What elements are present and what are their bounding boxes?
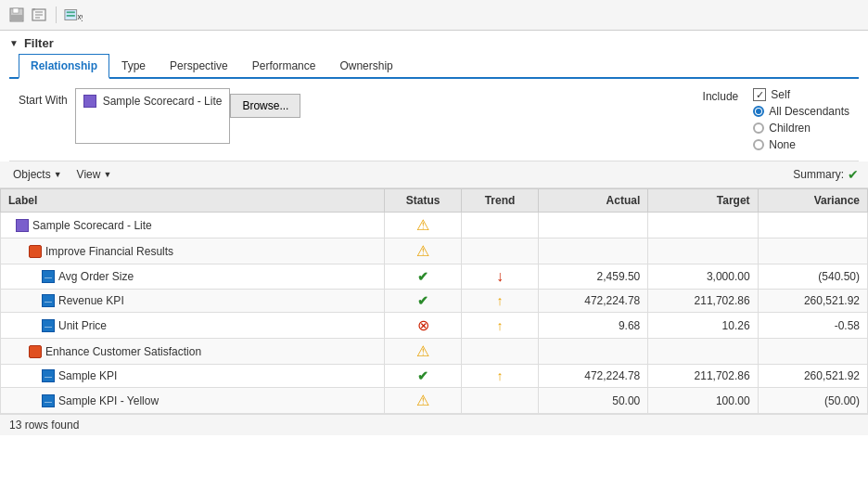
row-label-text: Sample KPI - Yellow [58, 394, 159, 407]
none-radio[interactable] [753, 139, 764, 150]
scorecard-icon [16, 219, 29, 232]
table-body: Sample Scorecard - Lite ⚠ Improve Financ… [1, 213, 868, 414]
table-row[interactable]: ― Revenue KPI ✔↑472,224.78211,702.86260,… [1, 290, 868, 313]
ok-icon: ✔ [417, 293, 428, 308]
start-with-item: Sample Scorecard - Lite [80, 93, 226, 110]
table-row[interactable]: ― Sample KPI - Yellow ⚠50.00100.00(50.00… [1, 388, 868, 414]
tab-type[interactable]: Type [109, 54, 158, 77]
row-label-text: Sample Scorecard - Lite [32, 219, 152, 232]
scorecard-item-icon [83, 95, 96, 108]
warning-icon: ⚠ [416, 217, 429, 233]
cell-trend [462, 339, 539, 365]
filter-header[interactable]: ▼ Filter [9, 36, 859, 50]
cell-variance: 260,521.92 [758, 365, 867, 388]
data-table-container: Label Status Trend Actual Target Varianc… [0, 188, 868, 414]
objects-bar: Objects ▼ View ▼ Summary: ✔ [0, 161, 868, 188]
cell-trend: ↓ [462, 264, 539, 290]
cell-label: ― Avg Order Size [1, 264, 385, 290]
include-none: None [753, 138, 849, 151]
table-row[interactable]: Improve Financial Results ⚠ [1, 239, 868, 264]
cell-actual: 50.00 [538, 388, 647, 414]
cell-variance: (540.50) [758, 264, 867, 290]
cell-status: ⚠ [385, 239, 462, 264]
view-label: View [77, 168, 101, 181]
export-icon[interactable]: xyz [64, 6, 83, 24]
start-with-box: Sample Scorecard - Lite [75, 88, 231, 144]
view-button[interactable]: View ▼ [73, 166, 116, 183]
self-checkbox[interactable] [753, 88, 766, 101]
ok-icon: ✔ [417, 269, 428, 284]
cell-status: ✔ [385, 290, 462, 313]
filter-triangle: ▼ [9, 38, 19, 48]
tab-performance[interactable]: Performance [240, 54, 328, 77]
cell-variance: 260,521.92 [758, 290, 867, 313]
tab-ownership[interactable]: Ownership [327, 54, 404, 77]
table-row[interactable]: ― Unit Price ⊗↑9.6810.26-0.58 [1, 313, 868, 339]
cell-trend [462, 239, 539, 264]
warning-icon: ⚠ [416, 393, 429, 408]
start-with-row: Start With Sample Scorecard - Lite Brows… [19, 88, 300, 144]
children-radio[interactable] [753, 122, 764, 134]
table-row[interactable]: Enhance Customer Satisfaction ⚠ [1, 339, 868, 365]
cell-actual: 9.68 [538, 313, 647, 339]
all-descendants-label: All Descendants [769, 105, 849, 118]
row-label-text: Sample KPI [58, 369, 117, 382]
table-row[interactable]: ― Avg Order Size ✔↓2,459.503,000.00(540.… [1, 264, 868, 290]
include-section: Include Self All Descendants Children No… [703, 88, 849, 151]
objects-button[interactable]: Objects ▼ [9, 166, 66, 183]
col-actual: Actual [538, 189, 647, 213]
cell-actual [538, 339, 647, 365]
trend-down-icon: ↓ [496, 268, 504, 284]
table-row[interactable]: Sample Scorecard - Lite ⚠ [1, 213, 868, 239]
cell-target: 211,702.86 [648, 290, 758, 313]
view-arrow-icon: ▼ [103, 170, 111, 179]
cell-status: ⚠ [385, 388, 462, 414]
cell-trend: ↑ [462, 313, 539, 339]
ok-icon: ✔ [417, 368, 428, 383]
row-label-text: Revenue KPI [58, 294, 124, 307]
svg-rect-10 [67, 15, 75, 17]
summary-label: Summary: [793, 168, 844, 181]
rows-found: 13 rows found [0, 414, 868, 435]
cell-actual: 472,224.78 [538, 365, 647, 388]
svg-rect-1 [13, 8, 19, 13]
cell-status: ⚠ [385, 213, 462, 239]
properties-icon[interactable] [30, 6, 48, 24]
include-self: Self [753, 88, 849, 101]
include-label: Include [703, 88, 739, 151]
warning-icon: ⚠ [416, 343, 429, 359]
objective-icon [29, 245, 42, 258]
cell-actual: 472,224.78 [538, 290, 647, 313]
cell-target [648, 213, 758, 239]
svg-rect-2 [11, 15, 22, 20]
cell-label: Enhance Customer Satisfaction [1, 339, 385, 365]
filter-section: ▼ Filter Relationship Type Perspective P… [0, 31, 868, 161]
trend-up-icon: ↑ [497, 318, 504, 333]
self-label: Self [771, 88, 790, 101]
all-descendants-radio[interactable] [753, 106, 764, 117]
cell-target: 211,702.86 [648, 365, 758, 388]
cell-status: ✔ [385, 264, 462, 290]
svg-rect-9 [67, 11, 75, 13]
kpi-icon: ― [42, 369, 55, 382]
cell-variance [758, 239, 867, 264]
cell-label: ― Sample KPI - Yellow [1, 388, 385, 414]
none-label: None [769, 138, 796, 151]
summary-check-icon: ✔ [848, 167, 859, 182]
table-row[interactable]: ― Sample KPI ✔↑472,224.78211,702.86260,5… [1, 365, 868, 388]
cell-target: 3,000.00 [648, 264, 758, 290]
cell-status: ⊗ [385, 313, 462, 339]
col-label: Label [1, 189, 385, 213]
cell-target: 10.26 [648, 313, 758, 339]
browse-button[interactable]: Browse... [230, 94, 300, 118]
cell-label: ― Unit Price [1, 313, 385, 339]
tab-relationship[interactable]: Relationship [19, 54, 109, 79]
cell-variance [758, 339, 867, 365]
col-variance: Variance [758, 189, 867, 213]
tab-perspective[interactable]: Perspective [158, 54, 240, 77]
cell-target [648, 239, 758, 264]
cell-target: 100.00 [648, 388, 758, 414]
col-status: Status [385, 189, 462, 213]
toolbar-separator [56, 6, 57, 23]
save-icon[interactable] [7, 6, 26, 24]
